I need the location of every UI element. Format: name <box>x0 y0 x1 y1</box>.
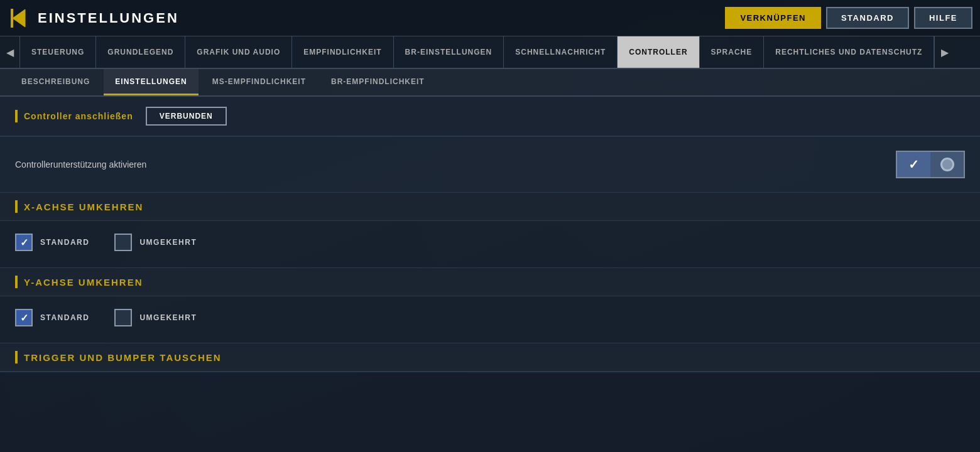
x-achse-section: X-ACHSE UMKEHREN ✓ STANDARD UMGEKEHRT <box>0 193 980 268</box>
connect-accent <box>15 110 18 122</box>
x-standard-label: STANDARD <box>40 238 89 247</box>
controller-support-section: Controllerunterstützung aktivieren ✓ <box>0 137 980 193</box>
y-standard-item[interactable]: ✓ STANDARD <box>15 309 89 326</box>
nav-right-arrow[interactable]: ▶ <box>934 36 954 68</box>
x-achse-options: ✓ STANDARD UMGEKEHRT <box>15 227 965 257</box>
tab-empfindlichkeit[interactable]: EMPFINDLICHKEIT <box>292 36 393 68</box>
x-umgekehrt-checkbox[interactable] <box>114 234 132 251</box>
y-achse-section: Y-ACHSE UMKEHREN ✓ STANDARD UMGEKEHRT <box>0 268 980 343</box>
check-icon: ✓ <box>908 157 919 172</box>
y-achse-options: ✓ STANDARD UMGEKEHRT <box>15 303 965 333</box>
toggle-on-side: ✓ <box>897 152 930 177</box>
controller-support-row: Controllerunterstützung aktivieren ✓ <box>15 144 965 185</box>
svg-marker-0 <box>13 9 25 27</box>
trigger-accent <box>15 351 18 363</box>
tab-grundlegend[interactable]: GRUNDLEGEND <box>96 36 185 68</box>
tab-schnellnachricht[interactable]: SCHNELLNACHRICHT <box>504 36 618 68</box>
y-achse-title: Y-ACHSE UMKEHREN <box>24 277 143 288</box>
connect-button[interactable]: Verbunden <box>146 107 227 126</box>
subtab-beschreibung[interactable]: BESCHREIBUNG <box>10 69 101 95</box>
trigger-title: TRIGGER UND BUMPER TAUSCHEN <box>24 352 222 363</box>
trigger-header: TRIGGER UND BUMPER TAUSCHEN <box>0 343 980 372</box>
connect-label: Controller anschließen <box>24 111 133 121</box>
x-achse-accent <box>15 200 18 213</box>
subtab-br-empfindlichkeit[interactable]: BR-EMPFINDLICHKEIT <box>320 69 436 95</box>
x-standard-check-icon: ✓ <box>20 237 28 249</box>
x-standard-item[interactable]: ✓ STANDARD <box>15 234 89 251</box>
nav-tabs: ◀ STEUERUNG GRUNDLEGEND GRAFIK UND AUDIO… <box>0 36 980 69</box>
top-bar: EINSTELLUNGEN VERKNÜPFEN STANDARD HILFE <box>0 0 980 36</box>
top-buttons: VERKNÜPFEN STANDARD HILFE <box>725 7 972 29</box>
x-standard-checkbox[interactable]: ✓ <box>15 234 33 251</box>
back-button[interactable] <box>8 7 30 30</box>
y-standard-checkbox[interactable]: ✓ <box>15 309 33 326</box>
y-achse-accent <box>15 276 18 288</box>
x-achse-title: X-ACHSE UMKEHREN <box>24 202 143 212</box>
tab-grafik[interactable]: GRAFIK UND AUDIO <box>185 36 292 68</box>
controller-support-toggle[interactable]: ✓ <box>896 151 965 178</box>
y-achse-header: Y-ACHSE UMKEHREN <box>0 268 980 296</box>
connect-section: Controller anschließen Verbunden <box>0 97 980 137</box>
y-umgekehrt-label: UMGEKEHRT <box>139 313 197 322</box>
nav-left-arrow[interactable]: ◀ <box>0 36 20 68</box>
y-standard-label: STANDARD <box>40 313 89 322</box>
tab-br-einstellungen[interactable]: BR-EINSTELLUNGEN <box>394 36 504 68</box>
tab-controller[interactable]: CONTROLLER <box>618 36 699 68</box>
svg-rect-1 <box>11 9 13 28</box>
verknupfen-button[interactable]: VERKNÜPFEN <box>725 7 821 29</box>
controller-support-label: Controllerunterstützung aktivieren <box>15 159 896 170</box>
hilfe-button[interactable]: HILFE <box>914 7 972 29</box>
standard-button[interactable]: STANDARD <box>826 7 909 29</box>
y-standard-check-icon: ✓ <box>20 312 28 324</box>
toggle-off-side <box>930 152 964 177</box>
subtab-einstellungen[interactable]: EINSTELLUNGEN <box>104 69 198 95</box>
trigger-section: TRIGGER UND BUMPER TAUSCHEN <box>0 343 980 372</box>
x-achse-header: X-ACHSE UMKEHREN <box>0 193 980 221</box>
connect-row: Controller anschließen Verbunden <box>15 107 227 126</box>
tab-sprache[interactable]: SPRACHE <box>700 36 765 68</box>
x-umgekehrt-item[interactable]: UMGEKEHRT <box>114 234 197 251</box>
page-title: EINSTELLUNGEN <box>38 10 725 26</box>
circle-icon <box>940 158 954 171</box>
tab-steuerung[interactable]: STEUERUNG <box>20 36 96 68</box>
content-area: Controller anschließen Verbunden Control… <box>0 97 980 452</box>
x-umgekehrt-label: UMGEKEHRT <box>139 238 197 247</box>
y-umgekehrt-checkbox[interactable] <box>114 309 132 326</box>
subtab-ms-empfindlichkeit[interactable]: MS-EMPFINDLICHKEIT <box>201 69 317 95</box>
sub-tabs: BESCHREIBUNG EINSTELLUNGEN MS-EMPFINDLIC… <box>0 69 980 97</box>
tab-rechtliches[interactable]: RECHTLICHES UND DATENSCHUTZ <box>764 36 934 68</box>
y-umgekehrt-item[interactable]: UMGEKEHRT <box>114 309 197 326</box>
